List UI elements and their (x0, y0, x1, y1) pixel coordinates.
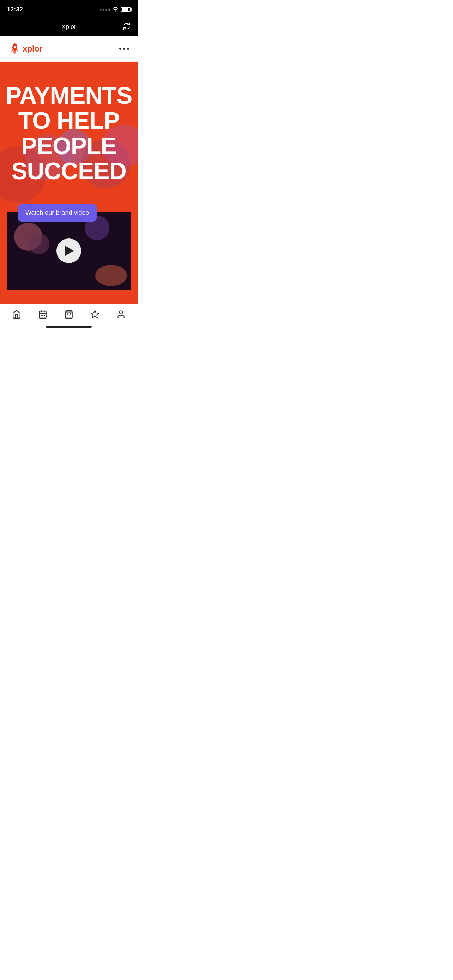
app-header: xplor (0, 36, 138, 62)
signal-icon (100, 9, 110, 11)
tab-profile[interactable] (113, 308, 129, 320)
status-bar: 12:32 (0, 0, 138, 18)
svg-rect-12 (44, 315, 45, 316)
home-indicator (0, 323, 138, 329)
hero-headline: PAYMENTS TO HELP PEOPLE SUCCEED (6, 83, 132, 184)
more-menu-button[interactable] (119, 48, 129, 50)
svg-point-15 (119, 311, 123, 314)
logo-text: xplor (22, 44, 42, 54)
svg-rect-10 (41, 315, 42, 316)
play-triangle-icon (65, 246, 74, 256)
video-bokeh-2 (28, 233, 49, 255)
svg-point-5 (14, 46, 16, 48)
play-button[interactable] (56, 239, 81, 263)
tab-bar (0, 304, 138, 323)
status-time: 12:32 (7, 6, 23, 13)
svg-point-2 (13, 50, 16, 54)
wifi-icon (112, 7, 119, 13)
browser-refresh-button[interactable] (123, 22, 130, 32)
calendar-icon (38, 310, 47, 319)
svg-rect-11 (42, 315, 43, 316)
home-icon (12, 310, 21, 319)
tab-shop[interactable] (61, 308, 77, 320)
logo-rocket-icon (8, 42, 21, 55)
home-indicator-bar (46, 326, 92, 328)
tab-calendar[interactable] (35, 308, 51, 320)
star-icon (90, 310, 100, 319)
video-bokeh-1 (14, 223, 42, 251)
watch-brand-video-button[interactable]: Watch our brand video (17, 204, 97, 221)
tab-home[interactable] (8, 308, 25, 320)
profile-icon (116, 310, 126, 319)
battery-icon (121, 7, 130, 12)
video-player[interactable] (7, 212, 130, 290)
shopping-bag-icon (64, 310, 73, 319)
tab-favorites[interactable] (87, 308, 103, 320)
browser-title: Xplor (61, 23, 76, 31)
svg-rect-6 (39, 311, 46, 318)
browser-nav: Xplor (0, 18, 138, 36)
svg-marker-14 (91, 310, 99, 318)
logo: xplor (8, 42, 42, 55)
video-label-container: Watch our brand video (17, 204, 97, 221)
status-icons (100, 7, 130, 13)
hero-section: PAYMENTS TO HELP PEOPLE SUCCEED Watch ou… (0, 62, 138, 304)
video-bokeh-3 (95, 265, 127, 286)
